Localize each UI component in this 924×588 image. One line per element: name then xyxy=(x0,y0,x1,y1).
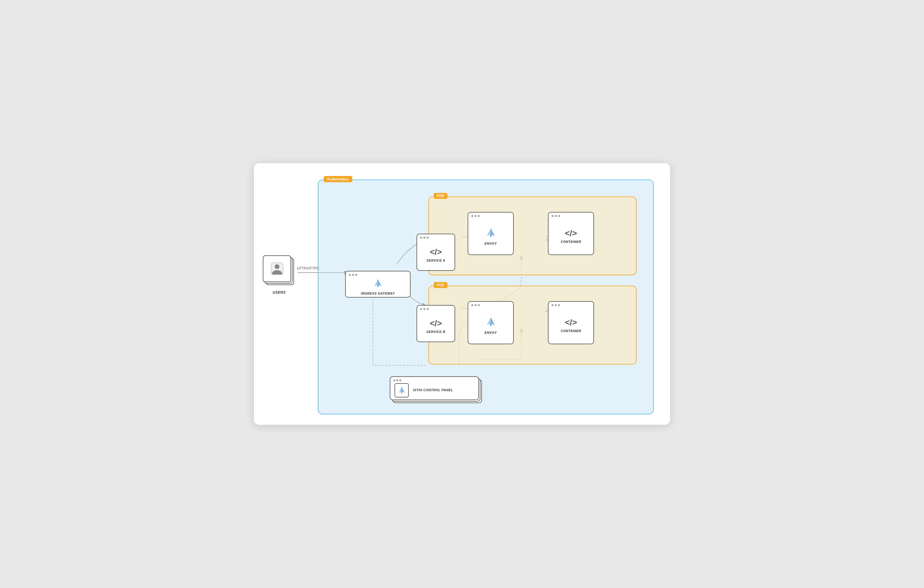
envoy1-sail-svg xyxy=(485,227,497,239)
container1-node: </> CONTAINER xyxy=(548,212,594,255)
container2-icon: </> xyxy=(565,318,577,327)
svg-rect-17 xyxy=(490,234,491,237)
d1 xyxy=(471,304,473,306)
d1 xyxy=(420,237,422,239)
ingress-label: INGRESS GATEWAY xyxy=(361,292,395,295)
svg-rect-20 xyxy=(490,323,491,326)
d1 xyxy=(551,215,554,217)
pod1-zone: POD ENVOY xyxy=(428,196,637,275)
code-icon-1: </> xyxy=(565,229,577,238)
d1 xyxy=(551,304,554,306)
svg-rect-23 xyxy=(401,391,402,393)
sail-svg xyxy=(373,278,383,289)
container2-label: CONTAINER xyxy=(561,329,581,333)
container1-label: CONTAINER xyxy=(561,240,581,244)
envoy2-icon xyxy=(485,316,497,329)
envoy2-sail-svg xyxy=(485,316,497,328)
d2 xyxy=(423,237,426,239)
svg-point-11 xyxy=(275,264,279,269)
dot3 xyxy=(355,274,357,276)
d1 xyxy=(420,308,422,310)
users-stack xyxy=(263,255,295,288)
envoy2-node: ENVOY xyxy=(468,301,514,344)
d3 xyxy=(558,304,560,306)
ingress-gateway-node: INGRESS GATEWAY xyxy=(345,271,411,298)
ingress-icon xyxy=(373,278,383,290)
kubernetes-zone: Kubernetes INGRESS GATEWAY POD xyxy=(318,180,654,414)
envoy1-icon xyxy=(485,227,497,240)
dot2 xyxy=(352,274,354,276)
users-card-front xyxy=(263,255,291,282)
istio-sail-box xyxy=(394,383,409,397)
code-icon-a: </> xyxy=(430,247,442,257)
d3 xyxy=(478,215,480,217)
kubernetes-label: Kubernetes xyxy=(324,176,352,182)
d2 xyxy=(423,308,426,310)
envoy1-node: ENVOY xyxy=(468,212,514,255)
envoy1-label: ENVOY xyxy=(485,242,497,245)
service-b-dots xyxy=(420,308,429,310)
d3 xyxy=(427,308,429,310)
d2 xyxy=(396,379,398,381)
service-a-icon: </> xyxy=(430,247,442,257)
pod2-label: POD xyxy=(434,282,447,288)
d1 xyxy=(393,379,395,381)
code-icon-b: </> xyxy=(430,319,442,328)
container2-dots xyxy=(551,304,560,306)
window-dots xyxy=(349,274,357,276)
d2 xyxy=(555,215,557,217)
istio-label: ISTIO CONTROL PANEL xyxy=(413,388,453,392)
d2 xyxy=(475,304,477,306)
envoy1-dots xyxy=(471,215,480,217)
service-b-label: SERVICE B xyxy=(426,330,446,334)
istio-sail-svg xyxy=(397,386,406,395)
users-node: USERS xyxy=(263,255,295,295)
diagram-canvas: USERS HTTP/HTTPS Kubernetes INGRESS GATE… xyxy=(254,163,670,425)
pod1-label: POD xyxy=(434,193,447,199)
d1 xyxy=(471,215,473,217)
users-label: USERS xyxy=(272,290,286,295)
pod2-zone: POD ENVOY xyxy=(428,286,637,364)
envoy2-label: ENVOY xyxy=(485,331,497,334)
code-icon-2: </> xyxy=(565,318,577,327)
service-b-icon: </> xyxy=(430,319,442,328)
service-a-dots xyxy=(420,237,429,239)
svg-rect-14 xyxy=(377,285,378,287)
service-a-label: SERVICE A xyxy=(426,259,445,262)
http-label: HTTP/HTTPS xyxy=(297,266,319,270)
service-b-node: </> SERVICE B xyxy=(416,305,455,342)
d3 xyxy=(399,379,401,381)
d3 xyxy=(427,237,429,239)
istio-card-front: ISTIO CONTROL PANEL xyxy=(390,376,479,400)
d2 xyxy=(555,304,557,306)
user-icon xyxy=(270,261,284,276)
envoy2-dots xyxy=(471,304,480,306)
container1-dots xyxy=(551,215,560,217)
service-a-node: </> SERVICE A xyxy=(416,234,455,271)
d3 xyxy=(478,304,480,306)
container1-icon: </> xyxy=(565,229,577,238)
istio-dots-front xyxy=(393,379,401,381)
container2-node: </> CONTAINER xyxy=(548,301,594,344)
d2 xyxy=(475,215,477,217)
dot1 xyxy=(349,274,351,276)
d3 xyxy=(558,215,560,217)
